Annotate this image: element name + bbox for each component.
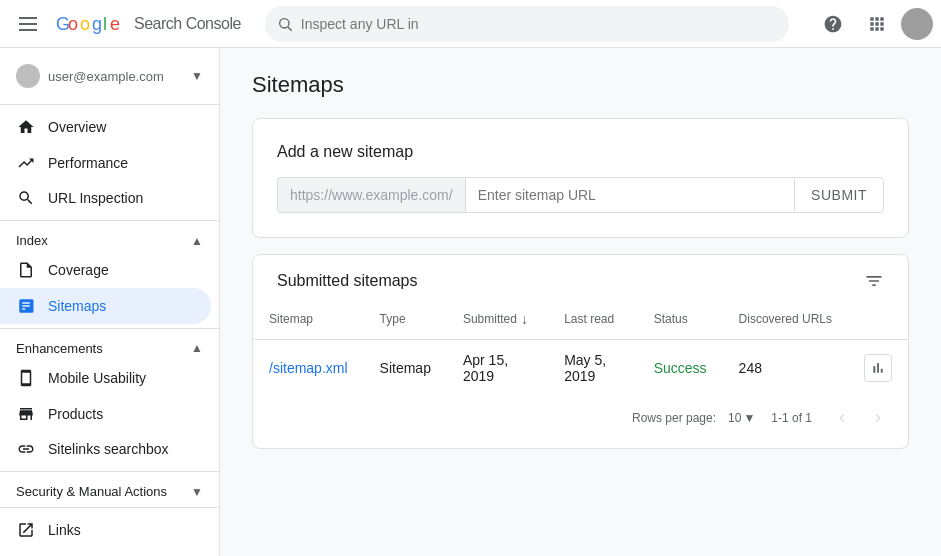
sidebar-item-performance[interactable]: Performance bbox=[0, 145, 211, 181]
pagination-info: 1-1 of 1 bbox=[771, 411, 812, 425]
account-selector[interactable]: user@example.com ▼ bbox=[0, 56, 219, 96]
links-icon bbox=[16, 520, 36, 540]
svg-text:o: o bbox=[80, 14, 90, 34]
sidebar-item-overview[interactable]: Overview bbox=[0, 109, 211, 145]
sort-icon: ↓ bbox=[521, 311, 528, 327]
svg-text:l: l bbox=[103, 14, 107, 34]
sitemap-url-input[interactable] bbox=[465, 177, 794, 213]
index-section-header: Index ▲ bbox=[0, 225, 219, 252]
sidebar-item-mobile-usability[interactable]: Mobile Usability bbox=[0, 360, 211, 396]
col-type: Type bbox=[364, 299, 447, 340]
sidebar-performance-label: Performance bbox=[48, 155, 128, 171]
sidebar-divider-links bbox=[0, 507, 219, 508]
help-icon bbox=[823, 14, 843, 34]
google-logo-icon: G o o g l e bbox=[56, 12, 130, 36]
enhancements-collapse-icon[interactable]: ▲ bbox=[191, 341, 203, 355]
sidebar-item-products[interactable]: Products bbox=[0, 396, 211, 432]
svg-text:e: e bbox=[110, 14, 120, 34]
col-discovered-urls: Discovered URLs bbox=[723, 299, 848, 340]
next-page-button[interactable] bbox=[864, 404, 892, 432]
sidebar-divider-enh bbox=[0, 328, 219, 329]
search-bar[interactable] bbox=[265, 6, 789, 42]
table-row: /sitemap.xml Sitemap Apr 15, 2019 May 5,… bbox=[253, 340, 908, 397]
security-collapse-icon[interactable]: ▼ bbox=[191, 485, 203, 499]
submitted-header: Submitted sitemaps bbox=[253, 255, 908, 291]
rows-per-page-label: Rows per page: bbox=[632, 411, 716, 425]
menu-button[interactable] bbox=[8, 4, 48, 44]
search-input[interactable] bbox=[301, 16, 777, 32]
submitted-sitemaps-card: Submitted sitemaps Sitemap Type bbox=[252, 254, 909, 449]
sidebar-divider-1 bbox=[0, 104, 219, 105]
add-sitemap-card: Add a new sitemap https://www.example.co… bbox=[252, 118, 909, 238]
col-sitemap: Sitemap bbox=[253, 299, 364, 340]
enhancements-section-label: Enhancements bbox=[16, 341, 103, 356]
cell-status: Success bbox=[638, 340, 723, 397]
rows-per-page-select[interactable]: 10 ▼ bbox=[728, 411, 755, 425]
sitemaps-icon bbox=[16, 296, 36, 316]
apps-button[interactable] bbox=[857, 4, 897, 44]
add-sitemap-title: Add a new sitemap bbox=[277, 143, 884, 161]
svg-text:o: o bbox=[68, 14, 78, 34]
trending-up-icon bbox=[16, 153, 36, 173]
cell-chart bbox=[848, 340, 908, 397]
sidebar-item-sitemaps[interactable]: Sitemaps bbox=[0, 288, 211, 324]
security-section-label: Security & Manual Actions bbox=[16, 484, 167, 499]
sidebar-overview-label: Overview bbox=[48, 119, 106, 135]
cell-type: Sitemap bbox=[364, 340, 447, 397]
svg-text:g: g bbox=[92, 14, 102, 34]
sidebar-sitemaps-label: Sitemaps bbox=[48, 298, 106, 314]
account-avatar bbox=[16, 64, 40, 88]
cell-last-read: May 5, 2019 bbox=[548, 340, 638, 397]
sitelinks-icon bbox=[16, 439, 36, 459]
sidebar-coverage-label: Coverage bbox=[48, 262, 109, 278]
sidebar-divider-security bbox=[0, 471, 219, 472]
sitemap-url-prefix: https://www.example.com/ bbox=[277, 177, 465, 213]
main-layout: user@example.com ▼ Overview Performance bbox=[0, 48, 941, 556]
col-last-read: Last read bbox=[548, 299, 638, 340]
cell-discovered-urls: 248 bbox=[723, 340, 848, 397]
col-status: Status bbox=[638, 299, 723, 340]
cell-submitted: Apr 15, 2019 bbox=[447, 340, 548, 397]
search-icon bbox=[277, 16, 293, 32]
sidebar-links-label: Links bbox=[48, 522, 81, 538]
app-name-label: Search Console bbox=[134, 15, 241, 33]
pagination-row: Rows per page: 10 ▼ 1-1 of 1 bbox=[253, 396, 908, 448]
prev-page-button[interactable] bbox=[828, 404, 856, 432]
mobile-icon bbox=[16, 368, 36, 388]
sidebar-url-inspection-label: URL Inspection bbox=[48, 190, 143, 206]
submit-button[interactable]: SUBMIT bbox=[794, 177, 884, 213]
sidebar-mobile-usability-label: Mobile Usability bbox=[48, 370, 146, 386]
topbar-right bbox=[813, 4, 933, 44]
prev-page-icon bbox=[834, 410, 850, 426]
account-chevron-icon: ▼ bbox=[191, 69, 203, 83]
app-logo: G o o g l e Search Console bbox=[56, 12, 241, 36]
col-actions bbox=[848, 299, 908, 340]
filter-icon[interactable] bbox=[864, 271, 884, 291]
cell-sitemap[interactable]: /sitemap.xml bbox=[253, 340, 364, 397]
sidebar-item-coverage[interactable]: Coverage bbox=[0, 252, 211, 288]
products-icon bbox=[16, 404, 36, 424]
url-inspect-icon bbox=[16, 188, 36, 208]
content-area: Sitemaps Add a new sitemap https://www.e… bbox=[220, 48, 941, 556]
sidebar-item-links[interactable]: Links bbox=[0, 512, 211, 548]
chart-button[interactable] bbox=[864, 354, 892, 382]
index-section-label: Index bbox=[16, 233, 48, 248]
avatar[interactable] bbox=[901, 8, 933, 40]
sidebar-item-url-inspection[interactable]: URL Inspection bbox=[0, 181, 211, 217]
apps-icon bbox=[867, 14, 887, 34]
account-name-label: user@example.com bbox=[48, 69, 183, 84]
sidebar-item-sitelinks[interactable]: Sitelinks searchbox bbox=[0, 431, 211, 467]
col-submitted[interactable]: Submitted ↓ bbox=[447, 299, 548, 340]
add-sitemap-body: Add a new sitemap https://www.example.co… bbox=[253, 119, 908, 237]
topbar: G o o g l e Search Console bbox=[0, 0, 941, 48]
rows-chevron-icon: ▼ bbox=[743, 411, 755, 425]
status-badge: Success bbox=[654, 360, 707, 376]
security-section-header: Security & Manual Actions ▼ bbox=[0, 476, 219, 503]
help-button[interactable] bbox=[813, 4, 853, 44]
index-collapse-icon[interactable]: ▲ bbox=[191, 234, 203, 248]
table-header-row: Sitemap Type Submitted ↓ Last re bbox=[253, 299, 908, 340]
submitted-sitemaps-title: Submitted sitemaps bbox=[277, 272, 418, 290]
coverage-icon bbox=[16, 260, 36, 280]
sitemaps-table: Sitemap Type Submitted ↓ Last re bbox=[253, 299, 908, 396]
add-sitemap-row: https://www.example.com/ SUBMIT bbox=[277, 177, 884, 213]
